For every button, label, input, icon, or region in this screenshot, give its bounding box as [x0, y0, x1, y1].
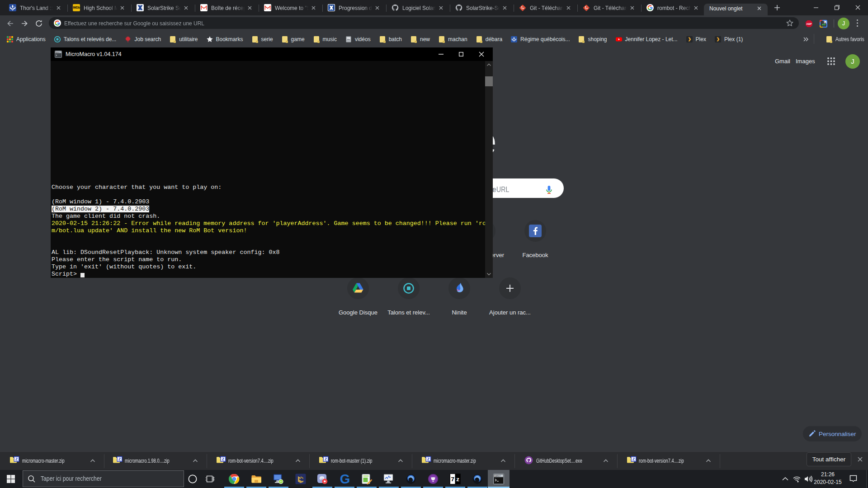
- svg-text:Z: Z: [427, 457, 430, 461]
- svg-text:Z: Z: [15, 457, 18, 461]
- svg-text:ABP: ABP: [807, 23, 812, 25]
- svg-text:z: z: [456, 476, 459, 483]
- svg-text:Z: Z: [222, 457, 225, 461]
- svg-text:7: 7: [451, 476, 454, 483]
- svg-text:Z: Z: [118, 457, 121, 461]
- svg-text:GBRIT: GBRIT: [495, 475, 501, 477]
- svg-text:Z: Z: [325, 457, 327, 461]
- svg-text:GBRIT: GBRIT: [56, 52, 61, 53]
- svg-text:Z: Z: [632, 457, 635, 461]
